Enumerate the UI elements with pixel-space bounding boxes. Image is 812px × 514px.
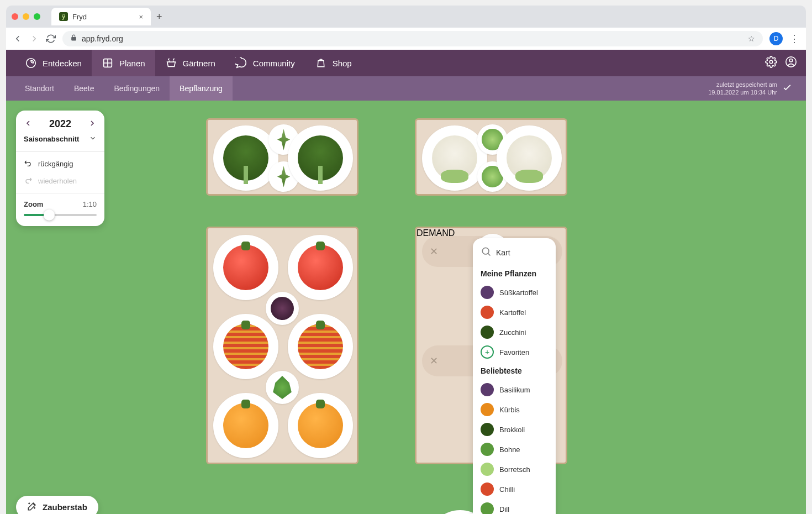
plant-thumb — [481, 502, 494, 514]
plant-basil[interactable] — [266, 371, 299, 404]
plant-tomato[interactable] — [213, 235, 278, 300]
tab-close-icon[interactable]: × — [139, 13, 143, 21]
wand-icon — [27, 501, 37, 513]
plant-tomato-orange[interactable] — [288, 393, 353, 458]
plant-thumb — [481, 306, 494, 319]
magic-wand-button[interactable]: Zauberstab — [16, 496, 98, 514]
season-label: Saisonabschnitt — [24, 135, 79, 143]
zoom-slider[interactable] — [24, 214, 97, 216]
plant-item[interactable]: Bohne — [478, 439, 550, 459]
plant-item[interactable]: Süßkartoffel — [478, 282, 550, 302]
chevron-down-icon — [89, 134, 97, 144]
redo-icon — [24, 176, 33, 186]
maximize-window[interactable] — [34, 13, 40, 20]
plant-tomato-stripe[interactable] — [288, 314, 353, 379]
divider — [16, 193, 104, 193]
slider-thumb[interactable] — [44, 209, 55, 221]
divider — [16, 151, 104, 152]
plant-broccoli[interactable] — [288, 125, 353, 191]
reload-button[interactable] — [46, 34, 56, 44]
controls-panel: 2022 Saisonabschnitt rückgängig wiederho… — [16, 111, 104, 226]
undo-label: rückgängig — [38, 160, 73, 168]
garden-canvas[interactable]: 2022 Saisonabschnitt rückgängig wiederho… — [6, 101, 806, 514]
redo-label: wiederholen — [38, 177, 77, 185]
profile-avatar[interactable]: D — [769, 32, 783, 45]
plant-library-panel: Meine Pflanzen Süßkartoffel Kartoffel Zu… — [473, 238, 556, 514]
svg-point-0 — [27, 59, 36, 68]
leaf-icon — [25, 57, 37, 69]
plant-tomato-stripe[interactable] — [213, 314, 278, 379]
nav-label: Planen — [119, 59, 145, 68]
account-icon[interactable] — [785, 56, 797, 70]
search-input[interactable] — [496, 248, 546, 257]
plant-thumb — [481, 423, 494, 436]
redo-button[interactable]: wiederholen — [24, 176, 97, 186]
undo-button[interactable]: rückgängig — [24, 159, 97, 169]
my-plants-title: Meine Pflanzen — [481, 269, 550, 278]
subnav-beete[interactable]: Beete — [64, 76, 104, 101]
year-selector: 2022 — [24, 118, 97, 130]
nav-label: Shop — [333, 59, 352, 68]
browser-tab[interactable]: ÿ Fryd × — [51, 8, 151, 25]
plant-item[interactable]: Kartoffel — [478, 302, 550, 322]
plant-item[interactable]: Basilikum — [478, 380, 550, 400]
plant-item[interactable]: Zucchini — [478, 322, 550, 342]
plant-thumb — [481, 286, 494, 299]
plant-thumb — [481, 482, 494, 496]
plant-basil[interactable] — [266, 292, 299, 325]
season-dropdown[interactable]: Saisonabschnitt — [24, 134, 97, 144]
undo-icon — [24, 159, 33, 169]
prev-year-button[interactable] — [24, 119, 33, 130]
address-field[interactable]: app.fryd.org ☆ — [62, 31, 763, 46]
forward-button[interactable] — [29, 34, 39, 44]
plant-item[interactable]: Chilli — [478, 479, 550, 499]
garden-bed[interactable] — [206, 227, 358, 464]
new-tab-button[interactable]: + — [156, 11, 162, 23]
favorites-button[interactable]: +Favoriten — [478, 342, 550, 362]
popular-title: Beliebteste — [481, 366, 550, 375]
subnav-standort[interactable]: Standort — [15, 76, 64, 101]
nav-label: Gärtnern — [183, 59, 215, 68]
next-year-button[interactable] — [88, 119, 97, 130]
plant-tomato-orange[interactable] — [213, 393, 278, 458]
window-controls — [12, 13, 40, 20]
plant-item[interactable]: Dill — [478, 499, 550, 514]
plant-tomato[interactable] — [288, 235, 353, 300]
plant-thumb — [481, 326, 494, 339]
plant-item[interactable]: Kürbis — [478, 400, 550, 419]
nav-community[interactable]: Community — [225, 50, 305, 76]
browser-menu-icon[interactable]: ⋮ — [789, 33, 799, 45]
nav-label: Community — [253, 59, 295, 68]
garden-bed[interactable] — [206, 118, 358, 196]
bag-icon — [315, 57, 327, 69]
nav-label: Entdecken — [43, 59, 82, 68]
nav-gaertnern[interactable]: Gärtnern — [155, 50, 225, 76]
remove-icon[interactable]: ✕ — [430, 245, 438, 258]
search-row — [478, 245, 550, 265]
subnav-bepflanzung[interactable]: Bepflanzung — [170, 76, 233, 101]
url-text: app.fryd.org — [82, 34, 123, 43]
tab-title: Fryd — [72, 13, 87, 21]
nav-planen[interactable]: Planen — [92, 50, 155, 76]
settings-icon[interactable] — [765, 56, 777, 70]
minimize-window[interactable] — [23, 13, 29, 20]
address-bar: app.fryd.org ☆ D ⋮ — [6, 28, 806, 50]
nav-entdecken[interactable]: Entdecken — [15, 50, 92, 76]
svg-point-5 — [482, 248, 489, 254]
bookmark-icon[interactable]: ☆ — [748, 34, 755, 43]
svg-point-4 — [789, 59, 793, 62]
plant-item[interactable]: Borretsch — [478, 459, 550, 479]
svg-point-2 — [769, 60, 773, 64]
subnav-bedingungen[interactable]: Bedingungen — [104, 76, 170, 101]
back-button[interactable] — [13, 34, 23, 44]
garden-bed[interactable] — [415, 118, 567, 196]
garden-bed[interactable]: ✕ ✕ ✕ ✕ ♥ ♥ DEMAND — [415, 227, 567, 464]
nav-shop[interactable]: Shop — [305, 50, 362, 76]
tab-favicon: ÿ — [59, 12, 68, 21]
plant-cauliflower[interactable] — [497, 125, 562, 191]
browser-chrome: ÿ Fryd × + app.fryd.org ☆ D ⋮ — [6, 6, 806, 50]
remove-icon[interactable]: ✕ — [430, 355, 438, 367]
save-line2: 19.01.2022 um 10:34 Uhr — [708, 88, 777, 96]
plant-item[interactable]: Brokkoli — [478, 419, 550, 439]
close-window[interactable] — [12, 13, 18, 20]
